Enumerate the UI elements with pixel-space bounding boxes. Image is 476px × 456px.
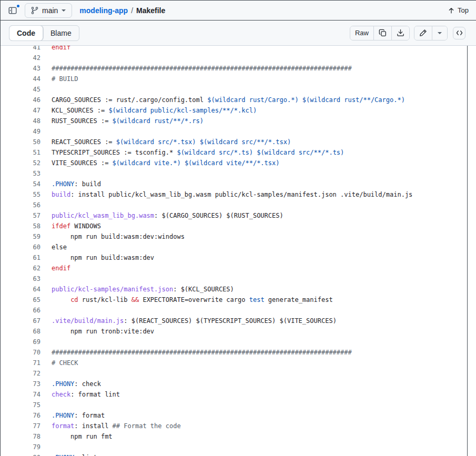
line-number[interactable]: 72	[1, 368, 40, 379]
line-number[interactable]: 69	[1, 337, 40, 347]
line-number[interactable]: 43	[1, 63, 40, 74]
code-line-text	[40, 305, 52, 316]
line-number[interactable]: 75	[1, 400, 40, 410]
breadcrumb-repo-link[interactable]: modeling-app	[79, 6, 128, 15]
line-number[interactable]: 42	[1, 53, 40, 63]
line-number[interactable]: 59	[1, 231, 40, 242]
code-line: 45	[1, 84, 467, 95]
line-number[interactable]: 76	[1, 410, 40, 421]
code-line-text: .vite/build/main.js: $(REACT_SOURCES) $(…	[40, 316, 337, 326]
github-file-view: main modeling-app / Makefile Top Code Bl…	[0, 0, 476, 456]
back-to-top-label: Top	[458, 6, 469, 14]
code-line: 67.vite/build/main.js: $(REACT_SOURCES) …	[1, 316, 467, 326]
file-tree-toggle-button[interactable]	[6, 4, 19, 17]
code-line: 71# CHECK	[1, 358, 467, 368]
code-line-text	[40, 53, 52, 63]
tab-code[interactable]: Code	[9, 26, 43, 40]
copy-button[interactable]	[373, 26, 391, 40]
code-line-text: ########################################…	[40, 347, 352, 358]
branch-selector-button[interactable]: main	[25, 3, 72, 18]
line-number[interactable]: 49	[1, 126, 40, 137]
line-number[interactable]: 54	[1, 179, 40, 189]
breadcrumb-file-name: Makefile	[136, 6, 165, 15]
line-number[interactable]: 58	[1, 221, 40, 231]
code-line-text	[40, 84, 52, 95]
line-number[interactable]: 55	[1, 189, 40, 200]
code-line-text: build: install public/kcl_wasm_lib_bg.wa…	[40, 189, 412, 200]
code-line-text	[40, 400, 52, 410]
code-line: 56	[1, 200, 467, 210]
tab-blame[interactable]: Blame	[43, 26, 79, 40]
line-number[interactable]: 80	[1, 452, 40, 456]
code-line-text: CARGO_SOURCES := rust/.cargo/config.toml…	[40, 95, 405, 105]
code-line: 52VITE_SOURCES := $(wildcard vite.*) $(w…	[1, 158, 467, 168]
line-number[interactable]: 73	[1, 379, 40, 389]
line-number[interactable]: 56	[1, 200, 40, 210]
line-number[interactable]: 44	[1, 74, 40, 84]
line-number[interactable]: 57	[1, 210, 40, 221]
line-number[interactable]: 50	[1, 137, 40, 147]
line-number[interactable]: 64	[1, 284, 40, 295]
chevron-down-icon	[61, 9, 66, 12]
line-number[interactable]: 47	[1, 105, 40, 116]
code-line-text: ifdef WINDOWS	[40, 221, 101, 231]
line-number[interactable]: 53	[1, 168, 40, 179]
code-line: 44# BUILD	[1, 74, 467, 84]
line-number[interactable]: 78	[1, 431, 40, 442]
line-number[interactable]: 62	[1, 263, 40, 273]
line-number[interactable]: 67	[1, 316, 40, 326]
code-line: 76.PHONY: format	[1, 410, 467, 421]
code-line: 69	[1, 337, 467, 347]
code-line: 51TYPESCRIPT_SOURCES := tsconfig.* $(wil…	[1, 147, 467, 158]
code-line-text: cd rust/kcl-lib && EXPECTORATE=overwrite…	[40, 295, 333, 305]
code-line-text: .PHONY: check	[40, 379, 101, 389]
line-number[interactable]: 61	[1, 252, 40, 263]
symbols-button[interactable]	[453, 27, 465, 39]
code-line-text: .PHONY: lint	[40, 452, 97, 456]
code-line-text: REACT_SOURCES := $(wildcard src/*.tsx) $…	[40, 137, 291, 147]
line-number[interactable]: 65	[1, 295, 40, 305]
code-line-text: endif	[40, 46, 70, 53]
code-line: 57public/kcl_wasm_lib_bg.wasm: $(CARGO_S…	[1, 210, 467, 221]
line-number[interactable]: 63	[1, 273, 40, 284]
code-line-text: .PHONY: build	[40, 179, 101, 189]
raw-button[interactable]: Raw	[350, 26, 373, 40]
code-line: 62endif	[1, 263, 467, 273]
breadcrumb: modeling-app / Makefile	[79, 6, 165, 15]
line-number[interactable]: 77	[1, 421, 40, 431]
code-line: 41endif	[1, 46, 467, 53]
code-line-text: endif	[40, 263, 70, 273]
download-button[interactable]	[391, 26, 409, 40]
line-number[interactable]: 60	[1, 242, 40, 252]
file-header-bar: main modeling-app / Makefile Top	[1, 1, 476, 21]
line-number[interactable]: 51	[1, 147, 40, 158]
line-number[interactable]: 46	[1, 95, 40, 105]
file-actions-bar: Code Blame Raw	[1, 21, 476, 46]
line-number[interactable]: 48	[1, 116, 40, 126]
code-symbols-icon	[456, 30, 463, 36]
sidebar-expand-icon	[8, 6, 17, 15]
line-number[interactable]: 45	[1, 84, 40, 95]
code-line: 78 npm run fmt	[1, 431, 467, 442]
code-line: 61 npm run build:wasm:dev	[1, 252, 467, 263]
line-number[interactable]: 70	[1, 347, 40, 358]
edit-button[interactable]	[414, 26, 432, 40]
code-line-text: npm run build:wasm:dev	[40, 252, 154, 263]
code-line: 70######################################…	[1, 347, 467, 358]
code-line: 60else	[1, 242, 467, 252]
edit-dropdown-button[interactable]	[432, 26, 447, 40]
line-number[interactable]: 66	[1, 305, 40, 316]
code-line: 47KCL_SOURCES := $(wildcard public/kcl-s…	[1, 105, 467, 116]
scrollbar-gutter[interactable]	[468, 46, 476, 456]
notification-dot	[16, 4, 21, 8]
line-number[interactable]: 79	[1, 442, 40, 452]
line-number[interactable]: 52	[1, 158, 40, 168]
line-number[interactable]: 74	[1, 389, 40, 400]
back-to-top-link[interactable]: Top	[448, 6, 469, 14]
code-line-text	[40, 368, 52, 379]
line-number[interactable]: 71	[1, 358, 40, 368]
line-number[interactable]: 41	[1, 46, 40, 53]
code-line: 50REACT_SOURCES := $(wildcard src/*.tsx)…	[1, 137, 467, 147]
line-number[interactable]: 68	[1, 326, 40, 337]
git-branch-icon	[31, 6, 39, 15]
